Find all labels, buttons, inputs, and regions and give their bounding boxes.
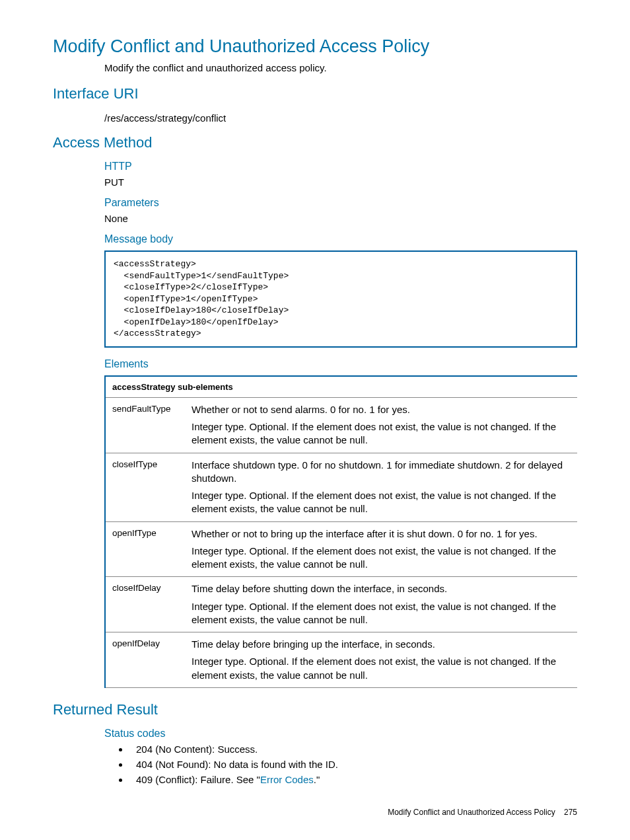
status-code-item: 204 (No Content): Success. [129,744,577,755]
parameters-value: None [104,213,577,224]
returned-result-heading: Returned Result [53,701,577,718]
element-description: Time delay before shutting down the inte… [185,577,577,632]
status-codes-heading: Status codes [104,728,577,740]
elements-table: accessStrategy sub-elements sendFaultTyp… [104,375,577,688]
elements-heading: Elements [104,358,577,370]
page-description: Modify the conflict and unauthorized acc… [104,62,577,73]
elements-table-header: accessStrategy sub-elements [105,376,577,398]
element-description: Whether or not to send alarms. 0 for no.… [185,397,577,453]
page-title: Modify Conflict and Unauthorized Access … [53,36,577,57]
page-footer: Modify Conflict and Unauthorized Access … [53,808,577,817]
status-code-item: 404 (Not Found): No data is found with t… [129,759,577,770]
element-name: openIfType [105,521,185,577]
error-codes-link[interactable]: Error Codes [260,774,314,785]
interface-uri-heading: Interface URI [53,85,577,102]
status-code-item: 409 (Conflict): Failure. See "Error Code… [129,774,577,785]
interface-uri-value: /res/access/strategy/conflict [104,112,577,124]
element-name: closeIfDelay [105,577,185,632]
access-method-heading: Access Method [53,134,577,151]
message-body-code: <accessStrategy> <sendFaultType>1</sendF… [104,250,577,348]
parameters-heading: Parameters [104,197,577,209]
footer-title: Modify Conflict and Unauthorized Access … [388,808,555,817]
http-value: PUT [104,176,577,188]
footer-page-number: 275 [564,808,577,817]
http-heading: HTTP [104,161,577,172]
element-description: Interface shutdown type. 0 for no shutdo… [185,453,577,521]
element-name: openIfDelay [105,632,185,688]
message-body-heading: Message body [104,233,577,245]
status-codes-list: 204 (No Content): Success.404 (Not Found… [104,744,577,785]
element-name: sendFaultType [105,397,185,453]
element-name: closeIfType [105,453,185,521]
table-row: openIfTypeWhether or not to bring up the… [105,521,577,577]
table-row: openIfDelayTime delay before bringing up… [105,632,577,688]
element-description: Time delay before bringing up the interf… [185,632,577,688]
table-row: sendFaultTypeWhether or not to send alar… [105,397,577,453]
element-description: Whether or not to bring up the interface… [185,521,577,577]
table-row: closeIfDelayTime delay before shutting d… [105,577,577,632]
table-row: closeIfTypeInterface shutdown type. 0 fo… [105,453,577,521]
